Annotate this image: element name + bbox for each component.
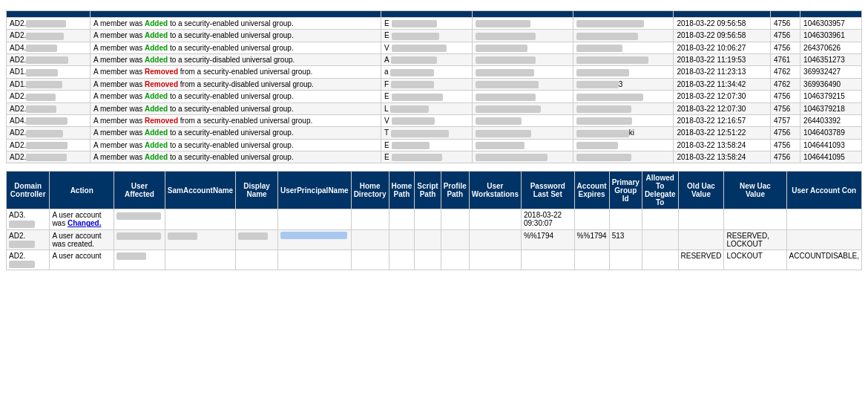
cell-action: A member was Removed from a security-dis… [91, 78, 381, 90]
cell-group: E [381, 30, 473, 42]
cell-when: 2018-03-22 09:56:58 [674, 30, 771, 42]
user-cell-action: A user account [50, 250, 114, 270]
user-cell-display [236, 250, 278, 270]
cell-when: 2018-03-22 12:07:30 [674, 102, 771, 114]
cell-record-id: 1046303957 [800, 18, 862, 30]
user-table-row: AD2. A user account was created. %%1794 … [7, 229, 862, 250]
col-member-name [472, 11, 573, 18]
user-col-15: Old UacValue [678, 172, 724, 209]
col-domain-controller [7, 11, 91, 18]
user-cell-allowed-delegate [642, 229, 678, 250]
user-col-12: AccountExpires [574, 172, 609, 209]
cell-who [573, 151, 674, 163]
cell-when: 2018-03-22 12:51:22 [674, 127, 771, 139]
cell-when: 2018-03-22 11:23:13 [674, 66, 771, 78]
user-col-1: Action [50, 172, 114, 209]
cell-dc: AD1. [7, 66, 91, 78]
cell-who [573, 66, 674, 78]
cell-member [472, 151, 573, 163]
cell-action: A member was Added to a security-enabled… [91, 18, 381, 30]
user-cell-workstations [469, 229, 521, 250]
user-col-3: SamAccountName [165, 172, 235, 209]
user-cell-user-affected [114, 229, 165, 250]
cell-event-id: 4756 [771, 102, 800, 114]
col-record-id [800, 11, 862, 18]
cell-member [472, 91, 573, 102]
user-cell-pwd-last-set [521, 250, 574, 270]
cell-group: a [381, 66, 473, 78]
table-row: AD4. A member was Removed from a securit… [7, 114, 862, 126]
cell-who [573, 114, 674, 126]
user-cell-acct-expires [574, 209, 609, 229]
cell-event-id: 4757 [771, 114, 800, 126]
cell-record-id: 1046351273 [800, 54, 862, 66]
cell-record-id: 1046441095 [800, 151, 862, 163]
cell-who [573, 18, 674, 30]
cell-dc: AD2. [7, 30, 91, 42]
user-cell-acct-expires [574, 250, 609, 270]
table-row: AD4. A member was Added to a security-en… [7, 42, 862, 53]
cell-who: 3 [573, 78, 674, 90]
user-cell-home-dir [351, 209, 389, 229]
cell-record-id: 1046441093 [800, 139, 862, 151]
user-cell-dc: AD3. [7, 209, 50, 229]
table-row: AD1. A member was Removed from a securit… [7, 66, 862, 78]
table-row: AD2. A member was Added to a security-di… [7, 54, 862, 66]
cell-group: T [381, 127, 473, 139]
cell-when: 2018-03-22 13:58:24 [674, 139, 771, 151]
cell-dc: AD4. [7, 114, 91, 126]
cell-action: A member was Added to a security-enabled… [91, 139, 381, 151]
user-cell-user-acct-ctrl [786, 209, 862, 229]
cell-action: A member was Added to a security-enabled… [91, 102, 381, 114]
cell-dc: AD2. [7, 102, 91, 114]
cell-member [472, 102, 573, 114]
user-cell-user-acct-ctrl: ACCOUNTDISABLE, [786, 250, 862, 270]
cell-record-id: 264403392 [800, 114, 862, 126]
user-cell-old-uac [678, 209, 724, 229]
cell-action: A member was Added to a security-enabled… [91, 127, 381, 139]
user-cell-profile-path [441, 250, 469, 270]
table-row: AD2. A member was Added to a security-en… [7, 30, 862, 42]
user-cell-primary-group [609, 250, 642, 270]
user-col-16: New UacValue [724, 172, 786, 209]
group-membership-table: AD2. A member was Added to a security-en… [6, 10, 862, 163]
col-action [91, 11, 381, 18]
cell-who [573, 30, 674, 42]
user-cell-old-uac [678, 229, 724, 250]
cell-dc: AD2. [7, 151, 91, 163]
cell-when: 2018-03-22 09:56:58 [674, 18, 771, 30]
cell-who [573, 54, 674, 66]
cell-group: E [381, 139, 473, 151]
cell-member [472, 127, 573, 139]
user-cell-sam [165, 250, 235, 270]
cell-event-id: 4756 [771, 139, 800, 151]
cell-group: E [381, 151, 473, 163]
user-cell-new-uac: LOCKOUT [724, 250, 786, 270]
user-cell-home-dir [351, 250, 389, 270]
user-cell-display [236, 229, 278, 250]
cell-dc: AD2. [7, 54, 91, 66]
cell-group: F [381, 78, 473, 90]
col-event-id [771, 11, 800, 18]
user-cell-allowed-delegate [642, 209, 678, 229]
cell-dc: AD2. [7, 18, 91, 30]
cell-group: V [381, 42, 473, 53]
table-row: AD2. A member was Added to a security-en… [7, 102, 862, 114]
user-cell-user-acct-ctrl [786, 229, 862, 250]
cell-action: A member was Added to a security-enabled… [91, 42, 381, 53]
user-col-8: ScriptPath [415, 172, 441, 209]
cell-who [573, 42, 674, 53]
user-cell-profile-path [441, 229, 469, 250]
user-cell-script-path [415, 250, 441, 270]
user-cell-allowed-delegate [642, 250, 678, 270]
cell-dc: AD4. [7, 42, 91, 53]
user-cell-old-uac: RESERVED [678, 250, 724, 270]
user-cell-script-path [415, 209, 441, 229]
cell-who: ki [573, 127, 674, 139]
user-table-row: AD3. A user account was Changed. 2018-03… [7, 209, 862, 229]
user-cell-primary-group: 513 [609, 229, 642, 250]
cell-record-id: 1046379215 [800, 91, 862, 102]
cell-event-id: 4756 [771, 42, 800, 53]
cell-who [573, 91, 674, 102]
cell-member [472, 78, 573, 90]
